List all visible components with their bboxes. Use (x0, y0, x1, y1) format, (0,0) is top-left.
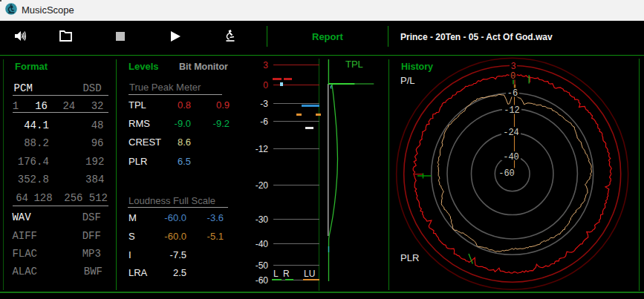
svg-text:3: 3 (510, 62, 515, 72)
svg-text:-24: -24 (503, 128, 519, 138)
svg-text:-6: -6 (507, 88, 518, 99)
svg-text:0: 0 (510, 71, 515, 82)
svg-text:-40: -40 (503, 152, 519, 162)
svg-text:-60: -60 (498, 168, 515, 179)
svg-text:-12: -12 (504, 105, 520, 116)
